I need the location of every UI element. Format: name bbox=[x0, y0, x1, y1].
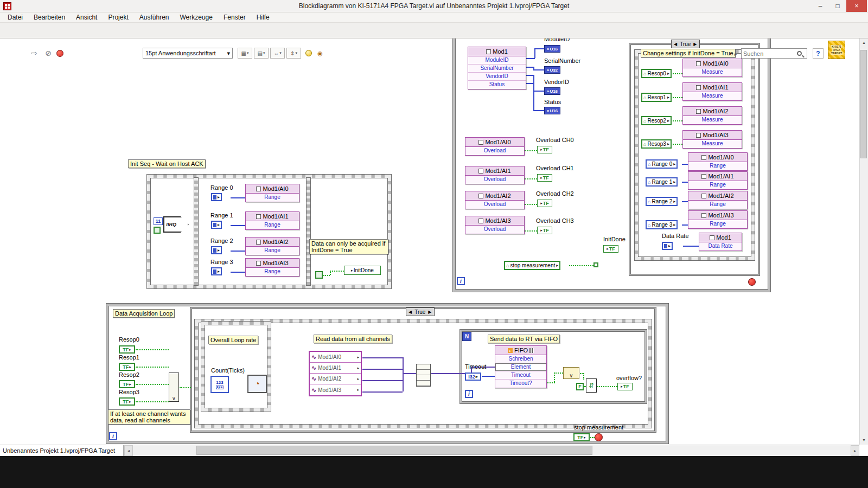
u16-terminal[interactable]: »U16 bbox=[544, 45, 560, 53]
loop-condition-stop[interactable] bbox=[748, 278, 756, 286]
tab-scroll-left[interactable]: ◂ bbox=[124, 445, 133, 456]
menu-projekt[interactable]: Projekt bbox=[108, 14, 128, 21]
range-terminal[interactable]: ▸ bbox=[211, 193, 222, 201]
range-terminal[interactable]: ▸ bbox=[211, 221, 222, 229]
resop0-control[interactable]: ⌂Resop0▸ bbox=[641, 69, 672, 78]
stop-measurement-control[interactable]: ⌂ stop measurement ▸ bbox=[504, 261, 560, 270]
control-label[interactable]: Resop2 bbox=[119, 371, 139, 378]
or-gate-node[interactable]: ∨ bbox=[563, 367, 579, 379]
case-selector[interactable]: ◀ True ▶ bbox=[671, 40, 700, 48]
control-label[interactable]: Range 3 bbox=[210, 259, 233, 265]
measure-node-3[interactable]: Mod1/AI3 Measure bbox=[682, 130, 742, 149]
measure-node-0[interactable]: Mod1/AI0 Measure bbox=[682, 59, 742, 77]
channel-io-node[interactable]: ∿Mod1/AI0▸ ∿Mod1/AI1▸ ∿Mod1/AI2▸ ∿Mod1/A… bbox=[309, 351, 362, 396]
indicator-label[interactable]: Overload CH0 bbox=[536, 137, 574, 143]
resop1-control[interactable]: ⌂Resop1▸ bbox=[641, 93, 672, 102]
indicator-label[interactable]: overflow? bbox=[616, 375, 642, 381]
overload-node-1[interactable]: Mod1/AI1 Overload bbox=[465, 166, 525, 184]
control-label[interactable]: Resop1 bbox=[119, 354, 139, 361]
seq-range-node-0[interactable]: Mod1/AI0 Range bbox=[245, 184, 299, 202]
menu-ausfuehren[interactable]: Ausführen bbox=[139, 14, 169, 21]
section-label[interactable]: Data Acquisition Loop bbox=[113, 309, 175, 318]
search-icon[interactable] bbox=[797, 51, 802, 56]
seq-range-node-3[interactable]: Mod1/AI3 Range bbox=[245, 258, 299, 277]
range-terminal[interactable]: ▸ bbox=[211, 246, 222, 254]
search-input[interactable] bbox=[743, 50, 795, 57]
indicator-label[interactable]: Overload CH3 bbox=[536, 217, 574, 224]
search-collapse-icon[interactable]: ▸ bbox=[732, 49, 739, 60]
run-button[interactable]: ⇨ bbox=[28, 48, 40, 59]
io-row[interactable]: ∿Mod1/AI2▸ bbox=[310, 374, 361, 384]
timeout-constant[interactable]: I32▸ bbox=[465, 373, 481, 381]
maximize-button[interactable]: □ bbox=[829, 0, 846, 12]
data-rate-node[interactable]: Mod1 Data Rate bbox=[699, 233, 742, 251]
range0-control[interactable]: ⌂Range 0▸ bbox=[646, 159, 678, 169]
range-node-2[interactable]: Mod1/AI2 Range bbox=[688, 191, 748, 209]
control-label[interactable]: stop measurement bbox=[574, 424, 623, 431]
u32-terminal[interactable]: »U32 bbox=[544, 66, 560, 74]
overload-node-3[interactable]: Mod1/AI3 Overload bbox=[465, 216, 525, 234]
control-label[interactable]: Range 0 bbox=[210, 184, 233, 191]
node-label[interactable]: Count(Ticks) bbox=[211, 367, 245, 374]
range-node-0[interactable]: Mod1/AI0 Range bbox=[688, 152, 748, 171]
menu-hilfe[interactable]: Hilfe bbox=[257, 14, 270, 21]
close-button[interactable]: × bbox=[846, 0, 867, 12]
control-label[interactable]: Resop3 bbox=[119, 389, 139, 395]
scroll-right-icon[interactable]: ▸ bbox=[851, 445, 859, 456]
property-row[interactable]: SerialNumber bbox=[468, 65, 526, 73]
fifo-write-node[interactable]: ▸FIFO Schreiben Element Timeout Timeout? bbox=[495, 345, 547, 388]
overload-node-0[interactable]: Mod1/AI0 Overload bbox=[465, 137, 525, 156]
case-prev-icon[interactable]: ◀ bbox=[674, 42, 677, 47]
comment-label[interactable]: Change settings if InitDone = True bbox=[641, 49, 736, 57]
indicator-label[interactable]: VendorID bbox=[544, 79, 569, 85]
initdone-indicator[interactable]: ▸InitDone bbox=[344, 266, 381, 275]
io-row[interactable]: ∿Mod1/AI3▸ bbox=[310, 384, 361, 395]
diagram-tab[interactable]: Unbenanntes Projekt 1.lvproj/FPGA Target bbox=[0, 445, 124, 456]
range-node-1[interactable]: Mod1/AI1 Range bbox=[688, 171, 748, 190]
control-label[interactable]: Timeout bbox=[465, 363, 486, 370]
menu-datei[interactable]: Datei bbox=[8, 14, 23, 21]
section-label[interactable]: Send data to RT via FIFO bbox=[488, 335, 560, 343]
scroll-down-icon[interactable]: ▾ bbox=[860, 436, 868, 445]
range2-control[interactable]: ⌂Range 2▸ bbox=[646, 197, 678, 206]
iteration-terminal[interactable]: i bbox=[457, 277, 465, 285]
align-objects-button[interactable]: ▦▾ bbox=[238, 48, 252, 59]
u16-terminal[interactable]: »U16 bbox=[544, 107, 560, 114]
loop-count-terminal[interactable]: N bbox=[462, 332, 471, 341]
compound-or-node[interactable]: ∨ bbox=[169, 373, 179, 402]
select-node[interactable]: ⇵ bbox=[586, 378, 597, 393]
range3-control[interactable]: ⌂Range 3▸ bbox=[646, 220, 678, 229]
resop2-control[interactable]: ⌂Resop2▸ bbox=[641, 116, 672, 125]
false-constant[interactable]: F bbox=[576, 383, 584, 390]
pause-button[interactable] bbox=[56, 50, 63, 57]
resize-objects-button[interactable]: ⇔▾ bbox=[270, 48, 285, 59]
reorder-button[interactable]: ⇕▾ bbox=[286, 48, 301, 59]
abort-button[interactable]: ⊘ bbox=[42, 48, 54, 59]
overflow-tf-indicator[interactable]: ▸TF bbox=[617, 383, 633, 390]
measure-node-2[interactable]: Mod1/AI2 Measure bbox=[682, 106, 742, 125]
count-register-node[interactable]: 123 U32 bbox=[210, 376, 229, 393]
vertical-scroll-thumb[interactable] bbox=[860, 50, 867, 158]
data-rate-control[interactable]: ▸ bbox=[662, 242, 673, 250]
indicator-label[interactable]: InitDone bbox=[603, 236, 626, 242]
minimize-button[interactable]: – bbox=[812, 0, 829, 12]
section-label[interactable]: Overall Loop rate bbox=[208, 336, 258, 344]
property-row[interactable]: ModuleID bbox=[468, 56, 526, 65]
measure-node-1[interactable]: Mod1/AI1 Measure bbox=[682, 82, 742, 101]
scroll-up-icon[interactable]: ▴ bbox=[860, 38, 868, 47]
resop3-control[interactable]: ⌂Resop3▸ bbox=[641, 139, 672, 149]
resop-tf-control[interactable]: TF▸ bbox=[119, 345, 135, 354]
seq-range-node-2[interactable]: Mod1/AI2 Range bbox=[245, 237, 299, 255]
loop-condition-stop[interactable] bbox=[595, 433, 603, 441]
mod1-property-node[interactable]: Mod1 ModuleID SerialNumber VendorID Stat… bbox=[468, 47, 526, 89]
control-label[interactable]: Resop0 bbox=[119, 336, 139, 343]
resop-tf-control[interactable]: TF▸ bbox=[119, 380, 135, 388]
tf-indicator[interactable]: ▸TF bbox=[537, 227, 552, 234]
comment-label[interactable]: Data can only be acquired if InitDone = … bbox=[309, 239, 388, 254]
tick-count-node[interactable]: ◔ bbox=[247, 375, 267, 393]
tf-indicator[interactable]: ▸TF bbox=[537, 174, 552, 182]
property-row[interactable]: Status bbox=[468, 81, 526, 89]
irq-number-constant[interactable]: 11 bbox=[154, 217, 163, 225]
retain-wire-values-button[interactable]: ◉ bbox=[315, 48, 326, 59]
tf-indicator[interactable]: ▸TF bbox=[537, 200, 552, 207]
